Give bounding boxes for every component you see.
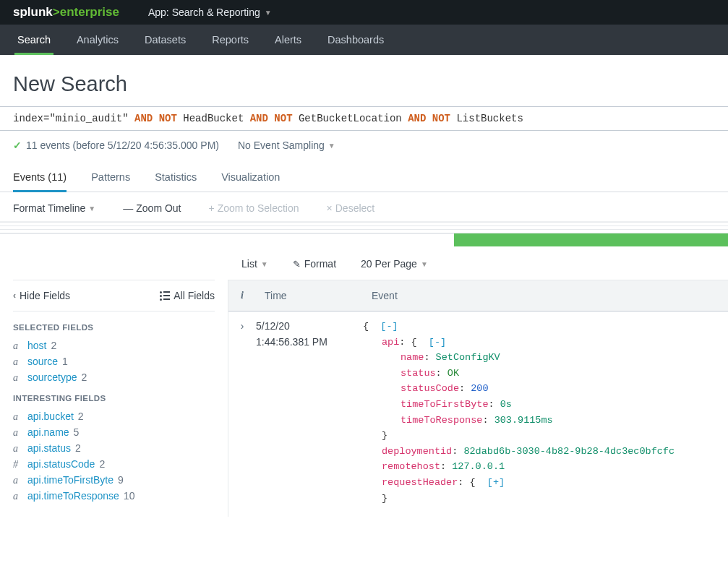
field-row[interactable]: aapi.status2 — [13, 440, 215, 456]
content-area: New Search index="minio_audit" AND NOT H… — [0, 55, 728, 517]
zoom-to-selection-button: + Zoom to Selection — [209, 202, 299, 214]
app-selector-label: App: Search & Reporting — [148, 7, 260, 18]
field-name: api.name — [27, 426, 69, 438]
events-table-header: i Time Event — [228, 280, 728, 311]
field-name: api.timeToResponse — [27, 490, 119, 502]
field-name: sourcetype — [27, 371, 77, 383]
field-count: 9 — [118, 474, 124, 486]
field-count: 10 — [124, 490, 135, 502]
table-row: › 5/12/20 1:44:56.381 PM { [-] api: { [-… — [228, 311, 728, 516]
json-expand-toggle[interactable]: [+] — [487, 477, 505, 488]
nav-bar: Search Analytics Datasets Reports Alerts… — [0, 25, 728, 55]
field-name: source — [27, 356, 58, 367]
caret-down-icon: ▼ — [265, 9, 272, 17]
splunk-logo: splunk>enterprise — [13, 5, 119, 20]
event-time: 5/12/20 1:44:56.381 PM — [256, 319, 363, 516]
nav-reports[interactable]: Reports — [199, 25, 262, 55]
results-area: ‹ Hide Fields All Fields SELECTED FIELDS… — [0, 280, 728, 517]
check-icon: ✓ — [13, 139, 22, 151]
field-count: 1 — [62, 356, 68, 367]
field-name: api.status — [27, 442, 71, 454]
deselect-button: × Deselect — [327, 202, 375, 214]
x-icon: × — [327, 202, 333, 214]
field-type-icon: a — [13, 427, 23, 439]
col-time[interactable]: Time — [256, 280, 363, 311]
field-row[interactable]: aapi.bucket2 — [13, 408, 215, 424]
timeline-controls: Format Timeline ▼ — Zoom Out + Zoom to S… — [0, 192, 728, 222]
field-type-icon: a — [13, 491, 23, 502]
nav-analytics[interactable]: Analytics — [64, 25, 132, 55]
field-name: api.bucket — [27, 411, 74, 422]
per-page-dropdown[interactable]: 20 Per Page ▼ — [361, 258, 428, 270]
caret-down-icon: ▼ — [421, 260, 428, 268]
field-row[interactable]: aapi.timeToFirstByte9 — [13, 472, 215, 488]
field-row[interactable]: asource1 — [13, 353, 215, 369]
nav-alerts[interactable]: Alerts — [262, 25, 314, 55]
list-icon — [160, 291, 170, 301]
tab-events[interactable]: Events (11) — [13, 164, 67, 192]
field-count: 2 — [51, 340, 56, 351]
field-row[interactable]: #api.statusCode2 — [13, 456, 215, 472]
interesting-fields-header: INTERESTING FIELDS — [13, 394, 215, 403]
field-count: 2 — [81, 371, 87, 383]
field-row[interactable]: aapi.timeToResponse10 — [13, 488, 215, 504]
view-controls: List ▼ ✎ Format 20 Per Page ▼ — [241, 246, 715, 280]
page-title: New Search — [13, 72, 715, 96]
logo-text-2: enterprise — [60, 5, 119, 19]
zoom-out-button[interactable]: — Zoom Out — [123, 202, 181, 214]
status-text: 11 events (before 5/12/20 4:56:35.000 PM… — [26, 139, 219, 151]
nav-datasets[interactable]: Datasets — [132, 25, 199, 55]
field-name: api.timeToFirstByte — [27, 474, 114, 486]
list-view-dropdown[interactable]: List ▼ — [241, 258, 268, 270]
logo-text-1: splunk — [13, 5, 53, 19]
format-button[interactable]: ✎ Format — [293, 258, 336, 270]
field-type-icon: a — [13, 475, 23, 486]
search-input[interactable]: index="minio_audit" AND NOT HeadBucket A… — [0, 106, 728, 131]
field-count: 2 — [78, 411, 84, 422]
hide-fields-button[interactable]: ‹ Hide Fields — [13, 290, 70, 301]
field-type-icon: a — [13, 411, 23, 423]
tab-visualization[interactable]: Visualization — [221, 164, 280, 192]
field-type-icon: a — [13, 372, 23, 384]
col-event[interactable]: Event — [363, 280, 406, 311]
result-tabs: Events (11) Patterns Statistics Visualiz… — [0, 164, 728, 192]
sampling-label: No Event Sampling — [238, 139, 325, 151]
timeline-bar[interactable] — [454, 233, 728, 246]
app-selector[interactable]: App: Search & Reporting ▼ — [148, 7, 272, 18]
selected-fields-header: SELECTED FIELDS — [13, 323, 215, 332]
nav-dashboards[interactable]: Dashboards — [314, 25, 397, 55]
field-count: 2 — [75, 442, 81, 454]
event-sampling-dropdown[interactable]: No Event Sampling ▼ — [238, 139, 335, 151]
expand-row-button[interactable]: › — [228, 319, 256, 516]
minus-icon: — — [123, 202, 133, 214]
field-count: 2 — [99, 458, 105, 470]
logo-gt: > — [53, 5, 60, 19]
caret-down-icon: ▼ — [328, 142, 335, 150]
tab-patterns[interactable]: Patterns — [91, 164, 130, 192]
json-collapse-toggle[interactable]: [-] — [380, 321, 398, 332]
top-bar: splunk>enterprise App: Search & Reportin… — [0, 0, 728, 25]
plus-icon: + — [209, 202, 215, 214]
field-type-icon: a — [13, 443, 23, 455]
field-count: 5 — [74, 426, 80, 438]
fields-sidebar: ‹ Hide Fields All Fields SELECTED FIELDS… — [0, 280, 228, 517]
pencil-icon: ✎ — [293, 259, 301, 270]
format-timeline-button[interactable]: Format Timeline ▼ — [13, 202, 95, 214]
caret-down-icon: ▼ — [88, 205, 95, 212]
timeline-chart[interactable] — [0, 222, 728, 246]
chevron-left-icon: ‹ — [13, 291, 16, 301]
col-info: i — [228, 280, 256, 311]
field-type-icon: a — [13, 340, 23, 352]
field-name: api.statusCode — [27, 458, 95, 470]
all-fields-button[interactable]: All Fields — [160, 290, 215, 301]
tab-statistics[interactable]: Statistics — [155, 164, 197, 192]
json-collapse-toggle[interactable]: [-] — [429, 337, 446, 348]
field-row[interactable]: ahost2 — [13, 338, 215, 353]
field-type-icon: # — [13, 459, 23, 470]
status-row: ✓ 11 events (before 5/12/20 4:56:35.000 … — [13, 131, 715, 160]
field-row[interactable]: asourcetype2 — [13, 369, 215, 385]
events-main: i Time Event › 5/12/20 1:44:56.381 PM { … — [228, 280, 728, 517]
field-row[interactable]: aapi.name5 — [13, 424, 215, 440]
caret-down-icon: ▼ — [261, 260, 268, 268]
nav-search[interactable]: Search — [4, 25, 64, 55]
